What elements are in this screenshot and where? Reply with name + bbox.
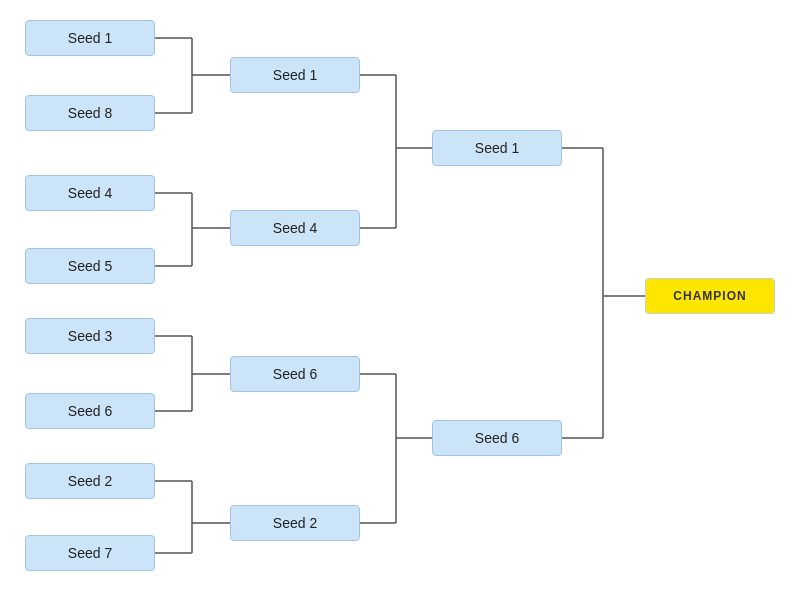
seed-r1-4[interactable]: Seed 5 [25,248,155,284]
seed-r2-4[interactable]: Seed 2 [230,505,360,541]
seed-r1-7[interactable]: Seed 2 [25,463,155,499]
seed-r1-2[interactable]: Seed 8 [25,95,155,131]
seed-r1-5[interactable]: Seed 3 [25,318,155,354]
seed-r1-1[interactable]: Seed 1 [25,20,155,56]
bracket-container: Seed 1 Seed 8 Seed 4 Seed 5 Seed 3 Seed … [0,0,806,592]
seed-r1-6[interactable]: Seed 6 [25,393,155,429]
seed-r3-2[interactable]: Seed 6 [432,420,562,456]
seed-r2-3[interactable]: Seed 6 [230,356,360,392]
seed-r3-1[interactable]: Seed 1 [432,130,562,166]
seed-r2-2[interactable]: Seed 4 [230,210,360,246]
seed-r2-1[interactable]: Seed 1 [230,57,360,93]
seed-r1-8[interactable]: Seed 7 [25,535,155,571]
seed-r1-3[interactable]: Seed 4 [25,175,155,211]
champion-box: CHAMPION [645,278,775,314]
